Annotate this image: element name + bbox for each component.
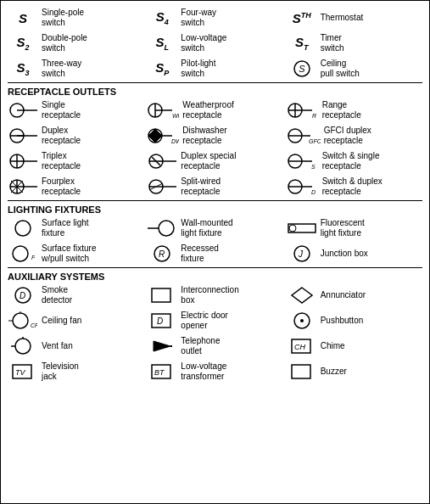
buzzer-icon xyxy=(290,362,314,381)
svg-text:DW: DW xyxy=(171,138,179,144)
surface-pull: PS Surface fixturew/pull switch xyxy=(8,242,143,266)
vent-fan-icon xyxy=(11,337,35,356)
svg-text:S: S xyxy=(311,164,316,170)
wall-light: Wall-mountedlight fixture xyxy=(147,216,282,240)
ceiling-pull-icon: S xyxy=(290,59,314,78)
surface-light: Surface lightfixture xyxy=(8,216,143,240)
main-container: S Single-poleswitch S4 Four-wayswitch ST… xyxy=(0,0,430,504)
auxiliary-title: AUXILIARY SYSTEMS xyxy=(8,272,422,282)
dishwasher-receptacle: DW Dishwasherreceptacle xyxy=(147,124,282,148)
svg-rect-84 xyxy=(292,365,310,378)
switch-ceiling-pull: S Ceilingpull switch xyxy=(287,57,422,81)
fluorescent-icon xyxy=(288,221,316,235)
electric-door-icon: D xyxy=(150,311,174,330)
interconnect-icon xyxy=(150,286,174,305)
svg-text:J: J xyxy=(298,249,304,259)
surface-light-icon xyxy=(14,219,32,238)
svg-text:WP: WP xyxy=(172,113,179,119)
recessed-fixture: R Recessedfixture xyxy=(147,242,282,266)
svg-text:BT: BT xyxy=(154,368,165,377)
svg-text:CF: CF xyxy=(31,322,37,328)
svg-text:CH: CH xyxy=(294,343,305,351)
switch-double-pole: S2 Double-poleswitch xyxy=(8,31,143,55)
dw-rec-icon: DW xyxy=(147,126,179,145)
electric-door: D Electric dooropener xyxy=(147,309,282,333)
auxiliary-section: D Smokedetector Interconnectionbox Annun… xyxy=(8,283,422,384)
svg-text:D: D xyxy=(20,291,25,300)
wp-rec-icon: WP xyxy=(147,102,179,119)
lv-transformer-icon: BT xyxy=(150,362,174,381)
single-rec-icon xyxy=(8,102,37,119)
gfci-rec-icon: GFCI xyxy=(287,126,321,145)
ceiling-fan-icon: CF xyxy=(8,311,37,330)
annunciator-icon xyxy=(290,286,314,305)
switch-single-receptacle: S Switch & singlereceptacle xyxy=(287,149,422,173)
switch-duplex-receptacle: D Switch & duplexreceptacle xyxy=(287,175,422,199)
lighting-title: LIGHTING FIXTURES xyxy=(8,204,422,215)
telephone-outlet: Telephoneoutlet xyxy=(147,334,282,358)
svg-text:D: D xyxy=(157,316,163,326)
switch-four-way: S4 Four-wayswitch xyxy=(147,6,282,30)
switch-low-voltage: SL Low-voltageswitch xyxy=(147,31,282,55)
svg-text:D: D xyxy=(311,189,316,195)
svg-text:PS: PS xyxy=(31,255,35,260)
switch-timer: ST Timerswitch xyxy=(287,31,422,55)
duplex-special-icon xyxy=(148,152,176,171)
chime: CH Chime xyxy=(287,334,422,358)
range-rec-icon: R xyxy=(287,102,319,119)
split-receptacle: Split-wiredreceptacle xyxy=(147,175,282,199)
svg-marker-64 xyxy=(292,288,312,303)
duplex-special-receptacle: Duplex specialreceptacle xyxy=(147,149,282,173)
single-receptacle: Singlereceptacle xyxy=(8,98,143,122)
svg-point-54 xyxy=(289,225,296,232)
buzzer: Buzzer xyxy=(287,360,422,384)
gfci-receptacle: GFCI GFCI duplexreceptacle xyxy=(287,124,422,148)
weatherproof-receptacle: WP Weatherproofreceptacle xyxy=(147,98,282,122)
switch-duplex-icon: D xyxy=(287,177,319,196)
pushbutton: Pushbutton xyxy=(287,309,422,333)
range-receptacle: R Rangereceptacle xyxy=(287,98,422,122)
recessed-icon: R xyxy=(150,244,174,263)
ceiling-fan: CF Ceiling fan xyxy=(8,309,143,333)
vent-fan: Vent fan xyxy=(8,334,143,358)
switch-thermostat: STH Thermostat xyxy=(287,6,422,30)
fourplex-receptacle: Fourplexreceptacle xyxy=(8,175,143,199)
split-rec-icon xyxy=(148,177,176,196)
duplex-receptacle: Duplexreceptacle xyxy=(8,124,143,148)
svg-point-55 xyxy=(13,246,28,261)
svg-point-65 xyxy=(13,313,28,328)
svg-text:GFCI: GFCI xyxy=(309,138,321,144)
lv-transformer: BT Low-voltagetransformer xyxy=(147,360,282,384)
svg-text:TV: TV xyxy=(15,368,25,377)
receptacle-title: RECEPTACLE OUTLETS xyxy=(8,87,422,97)
triplex-receptacle: Triplexreceptacle xyxy=(8,149,143,173)
svg-text:R: R xyxy=(159,249,165,259)
switch-three-way: S3 Three-wayswitch xyxy=(8,57,143,81)
junction-box: J Junction box xyxy=(287,242,422,266)
switch-single-icon: S xyxy=(287,152,319,171)
pushbutton-icon xyxy=(293,311,311,330)
chime-icon: CH xyxy=(290,337,314,356)
telephone-icon xyxy=(150,337,174,356)
television-jack: TV Televisionjack xyxy=(8,360,143,384)
duplex-rec-icon xyxy=(8,126,37,145)
television-icon: TV xyxy=(11,362,35,381)
svg-marker-76 xyxy=(154,341,170,351)
wall-light-icon xyxy=(148,219,176,238)
switch-pilot: SP Pilot-lightswitch xyxy=(147,57,282,81)
svg-point-73 xyxy=(15,339,31,354)
switch-single-pole: S Single-poleswitch xyxy=(8,6,143,30)
receptacles-section: Singlereceptacle WP Weatherproofreceptac… xyxy=(8,98,422,199)
svg-point-51 xyxy=(159,221,174,236)
triplex-rec-icon xyxy=(8,152,37,171)
smoke-detector: D Smokedetector xyxy=(8,283,143,307)
svg-text:S: S xyxy=(299,64,305,74)
fourplex-rec-icon xyxy=(8,177,37,196)
junction-icon: J xyxy=(290,244,314,263)
switches-section: S Single-poleswitch S4 Four-wayswitch ST… xyxy=(8,6,422,81)
surface-pull-icon: PS xyxy=(11,244,35,263)
svg-point-50 xyxy=(15,221,31,236)
svg-point-72 xyxy=(300,319,304,322)
svg-rect-63 xyxy=(152,288,170,302)
annunciator: Annunciator xyxy=(287,283,422,307)
